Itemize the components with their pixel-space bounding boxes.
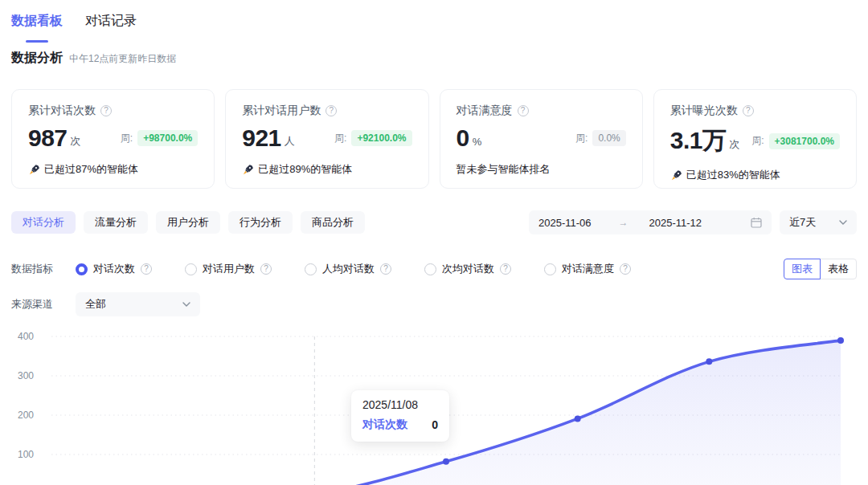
card-satisfaction: 对话满意度 ? 0 % 周: 0.0% 暂未参与智能体排名 — [440, 89, 643, 189]
source-channel-value: 全部 — [85, 297, 106, 312]
radio-satisfaction[interactable]: 对话满意度 ? — [544, 262, 631, 276]
date-preset-select[interactable]: 近7天 — [780, 210, 857, 234]
tooltip-series-name: 对话次数 — [362, 418, 407, 432]
help-icon[interactable]: ? — [743, 105, 754, 116]
help-icon[interactable]: ? — [141, 263, 152, 275]
date-preset-value: 近7天 — [789, 215, 816, 230]
rocket-icon — [670, 169, 682, 181]
chart-table-toggle: 图表 表格 — [784, 259, 857, 279]
radio-selected-icon[interactable] — [76, 263, 88, 275]
start-date[interactable]: 2025-11-06 — [538, 217, 592, 229]
update-note: 中午12点前更新昨日数据 — [69, 52, 176, 66]
card-value: 921 — [242, 124, 281, 152]
radio-icon[interactable] — [544, 263, 556, 275]
svg-text:200: 200 — [18, 410, 34, 421]
week-label: 周: — [334, 132, 346, 145]
svg-text:300: 300 — [18, 370, 34, 381]
week-badge: +98700.0% — [137, 130, 198, 146]
card-footer-text: 已超过83%的智能体 — [686, 168, 780, 182]
toggle-chart-view[interactable]: 图表 — [784, 259, 821, 279]
card-title: 累计对话次数 — [28, 104, 96, 118]
card-value: 0 — [457, 124, 469, 152]
chevron-down-icon — [839, 220, 847, 225]
week-badge: +92100.0% — [351, 130, 411, 146]
calendar-icon — [751, 217, 762, 228]
rocket-icon — [28, 164, 40, 176]
help-icon[interactable]: ? — [260, 263, 272, 275]
radio-conversation-count[interactable]: 对话次数 ? — [76, 262, 152, 276]
week-label: 周: — [751, 134, 764, 148]
card-footer-text: 已超过89%的智能体 — [258, 162, 352, 177]
analysis-toolbar: 对话分析 流量分析 用户分析 行为分析 商品分析 2025-11-06 → 20… — [11, 210, 857, 234]
analysis-tab-traffic[interactable]: 流量分析 — [84, 211, 148, 234]
card-total-exposure: 累计曝光次数 ? 3.1万 次 周: +3081700.0% 已超过83%的智能… — [653, 89, 857, 189]
end-date[interactable]: 2025-11-12 — [649, 217, 702, 229]
card-unit: 人 — [285, 134, 295, 149]
line-chart[interactable]: 400300200100 2025/11/08 对话次数 0 — [0, 320, 868, 485]
svg-text:400: 400 — [18, 331, 34, 342]
tooltip-date: 2025/11/08 — [362, 398, 438, 411]
analysis-tab-conversation[interactable]: 对话分析 — [11, 211, 76, 234]
help-icon[interactable]: ? — [380, 263, 391, 275]
card-total-users: 累计对话用户数 ? 921 人 周: +92100.0% 已超过89%的智能体 — [225, 89, 428, 189]
analysis-tab-behavior[interactable]: 行为分析 — [228, 211, 293, 234]
arrow-right-icon: → — [619, 217, 628, 228]
card-total-conversations: 累计对话次数 ? 987 次 周: +98700.0% 已超过87%的智能体 — [11, 89, 215, 189]
top-tab-bar: 数据看板 对话记录 — [11, 13, 857, 37]
metric-radios: 对话次数 ? 对话用户数 ? 人均对话数 ? 次均对话数 ? 对话满意度 — [76, 262, 631, 276]
tooltip-value: 0 — [432, 418, 438, 431]
dashboard-page: 数据看板 对话记录 数据分析 中午12点前更新昨日数据 累计对话次数 ? 987… — [0, 0, 868, 485]
help-icon[interactable]: ? — [326, 105, 337, 116]
week-badge: 0.0% — [592, 130, 625, 146]
card-title: 累计对话用户数 — [242, 104, 321, 118]
card-unit: 次 — [71, 134, 81, 149]
analysis-tab-bar: 对话分析 流量分析 用户分析 行为分析 商品分析 — [11, 211, 365, 234]
toggle-table-view[interactable]: 表格 — [820, 259, 857, 279]
card-title: 累计曝光次数 — [670, 104, 738, 118]
help-icon[interactable]: ? — [500, 263, 511, 275]
svg-text:100: 100 — [18, 449, 34, 460]
help-icon[interactable]: ? — [620, 263, 631, 275]
analysis-tab-user[interactable]: 用户分析 — [156, 211, 220, 234]
tab-data-dashboard[interactable]: 数据看板 — [11, 13, 63, 37]
section-header: 数据分析 中午12点前更新昨日数据 — [11, 50, 857, 67]
radio-icon[interactable] — [185, 263, 197, 275]
metric-selector-row: 数据指标 对话次数 ? 对话用户数 ? 人均对话数 ? 次均对话数 ? — [11, 259, 857, 279]
chart-tooltip: 2025/11/08 对话次数 0 — [351, 390, 449, 442]
stat-cards: 累计对话次数 ? 987 次 周: +98700.0% 已超过87%的智能体 累 — [11, 89, 857, 189]
tab-conversation-log[interactable]: 对话记录 — [85, 13, 137, 37]
source-channel-row: 来源渠道 全部 — [11, 292, 857, 316]
help-icon[interactable]: ? — [518, 105, 529, 116]
card-value: 3.1万 — [670, 124, 727, 157]
week-label: 周: — [575, 132, 588, 145]
source-label: 来源渠道 — [11, 297, 53, 312]
radio-avg-per-user[interactable]: 人均对话数 ? — [305, 262, 391, 276]
help-icon[interactable]: ? — [100, 105, 112, 116]
week-label: 周: — [121, 132, 133, 145]
radio-icon[interactable] — [424, 263, 436, 275]
page-title: 数据分析 — [11, 50, 63, 67]
date-range-picker[interactable]: 2025-11-06 → 2025-11-12 — [529, 210, 772, 234]
radio-icon[interactable] — [305, 263, 317, 275]
rocket-icon — [242, 164, 254, 176]
card-footer-text: 暂未参与智能体排名 — [457, 162, 551, 177]
radio-user-count[interactable]: 对话用户数 ? — [185, 262, 272, 276]
card-unit: % — [473, 136, 482, 148]
week-badge: +3081700.0% — [769, 133, 840, 149]
card-value: 987 — [28, 124, 68, 152]
card-footer-text: 已超过87%的智能体 — [44, 162, 138, 177]
card-unit: 次 — [729, 137, 739, 152]
analysis-tab-product[interactable]: 商品分析 — [301, 211, 365, 234]
metrics-label: 数据指标 — [11, 262, 53, 276]
chevron-down-icon — [182, 302, 190, 307]
card-title: 对话满意度 — [457, 104, 513, 118]
source-channel-select[interactable]: 全部 — [76, 292, 200, 316]
radio-avg-per-session[interactable]: 次均对话数 ? — [424, 262, 511, 276]
